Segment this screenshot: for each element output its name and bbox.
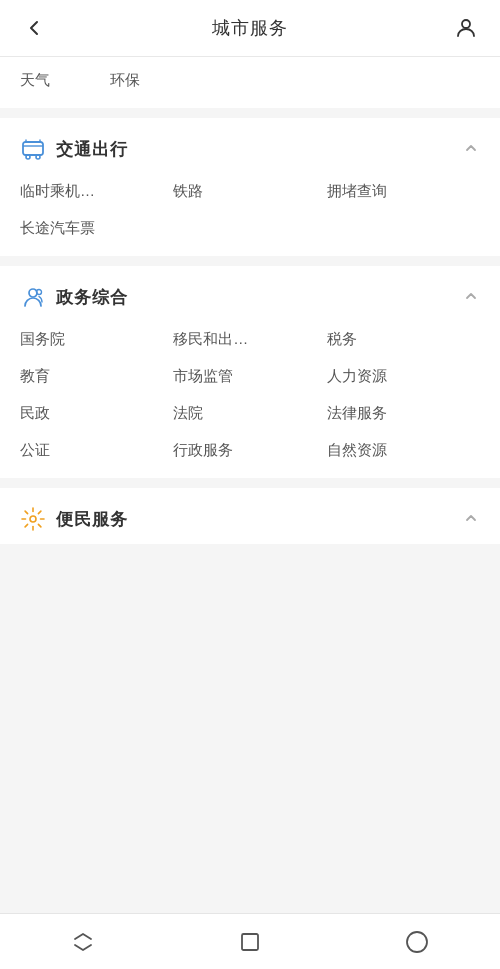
svg-point-6: [30, 516, 36, 522]
convenience-chevron-icon[interactable]: [462, 509, 480, 530]
traffic-item-3[interactable]: 长途汽车票: [20, 219, 173, 238]
main-content: 天气 环保 交通出行: [0, 57, 500, 610]
bottom-nav: [0, 913, 500, 969]
government-icon: [20, 284, 46, 310]
gov-item-1[interactable]: 移民和出…: [173, 330, 326, 349]
government-section: 政务综合 国务院 移民和出… 税务 教育 市场监管 人力资源 民政 法院 法律服…: [0, 266, 500, 478]
svg-point-4: [29, 289, 37, 297]
profile-button[interactable]: [452, 14, 480, 42]
traffic-item-0[interactable]: 临时乘机…: [20, 182, 173, 201]
government-header-left: 政务综合: [20, 284, 128, 310]
svg-point-0: [462, 20, 470, 28]
traffic-items-grid: 临时乘机… 铁路 拥堵查询 长途汽车票: [0, 174, 500, 256]
traffic-header: 交通出行: [0, 118, 500, 174]
back-button[interactable]: [20, 14, 48, 42]
gov-item-7[interactable]: 法院: [173, 404, 326, 423]
svg-rect-15: [242, 934, 258, 950]
weather-item-tianqi[interactable]: 天气: [20, 71, 50, 90]
svg-line-13: [38, 511, 41, 513]
gov-item-2[interactable]: 税务: [327, 330, 480, 349]
gov-item-6[interactable]: 民政: [20, 404, 173, 423]
government-items-grid: 国务院 移民和出… 税务 教育 市场监管 人力资源 民政 法院 法律服务 公证 …: [0, 322, 500, 478]
page-title: 城市服务: [212, 16, 288, 40]
government-chevron-icon[interactable]: [462, 287, 480, 308]
government-header: 政务综合: [0, 266, 500, 322]
traffic-header-left: 交通出行: [20, 136, 128, 162]
gov-item-5[interactable]: 人力资源: [327, 367, 480, 386]
nav-recent-button[interactable]: [387, 922, 447, 962]
gov-item-0[interactable]: 国务院: [20, 330, 173, 349]
convenience-section: 便民服务: [0, 488, 500, 544]
header: 城市服务: [0, 0, 500, 57]
traffic-item-2[interactable]: 拥堵查询: [327, 182, 480, 201]
svg-line-12: [38, 524, 41, 527]
gov-item-8[interactable]: 法律服务: [327, 404, 480, 423]
weather-section: 天气 环保: [0, 57, 500, 108]
svg-line-11: [25, 511, 28, 513]
nav-back-button[interactable]: [53, 922, 113, 962]
government-title: 政务综合: [56, 286, 128, 309]
gov-item-4[interactable]: 市场监管: [173, 367, 326, 386]
convenience-icon: [20, 506, 46, 532]
nav-home-button[interactable]: [220, 922, 280, 962]
convenience-title: 便民服务: [56, 508, 128, 531]
traffic-title: 交通出行: [56, 138, 128, 161]
traffic-item-1[interactable]: 铁路: [173, 182, 326, 201]
svg-rect-1: [23, 142, 43, 155]
gov-item-9[interactable]: 公证: [20, 441, 173, 460]
convenience-header: 便民服务: [0, 488, 500, 544]
traffic-section: 交通出行 临时乘机… 铁路 拥堵查询 长途汽车票: [0, 118, 500, 256]
gov-item-11[interactable]: 自然资源: [327, 441, 480, 460]
svg-point-2: [26, 155, 30, 159]
convenience-header-left: 便民服务: [20, 506, 128, 532]
bus-icon: [20, 136, 46, 162]
svg-point-3: [36, 155, 40, 159]
weather-item-huanbao[interactable]: 环保: [110, 71, 140, 90]
gov-item-10[interactable]: 行政服务: [173, 441, 326, 460]
traffic-chevron-icon[interactable]: [462, 139, 480, 160]
gov-item-3[interactable]: 教育: [20, 367, 173, 386]
svg-line-14: [25, 524, 28, 527]
svg-point-16: [407, 932, 427, 952]
weather-items: 天气 环保: [20, 67, 480, 90]
